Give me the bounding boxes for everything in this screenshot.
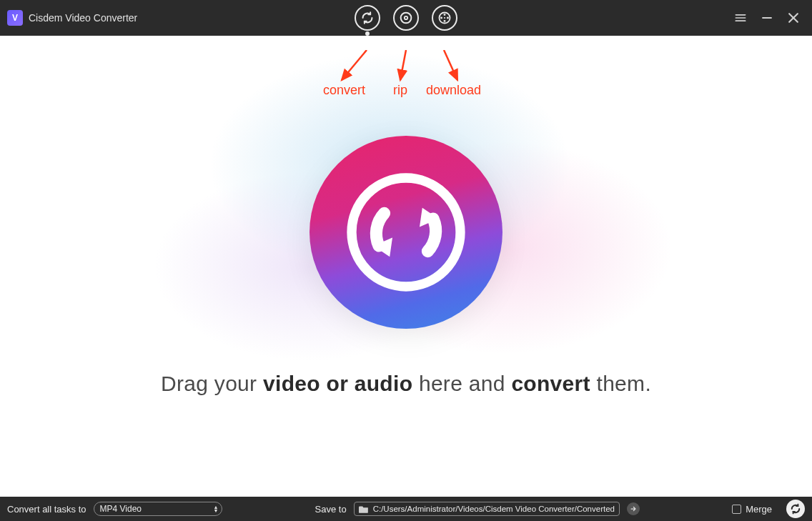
convert-icon <box>360 10 375 26</box>
minimize-button[interactable] <box>761 11 773 24</box>
output-format-value: MP4 Video <box>100 504 142 514</box>
svg-line-15 <box>400 50 406 80</box>
annotation-arrows-icon <box>299 50 513 114</box>
bottom-bar: Convert all tasks to MP4 Video ▲▼ Save t… <box>0 497 812 521</box>
title-bar: V Cisdem Video Converter <box>0 0 812 36</box>
hamburger-icon <box>733 11 748 25</box>
annotation-overlay: convert rip download <box>299 50 513 114</box>
disc-icon <box>398 10 414 26</box>
output-format-select[interactable]: MP4 Video ▲▼ <box>94 502 222 516</box>
annotation-rip-label: rip <box>393 83 407 98</box>
save-path-field[interactable]: C:/Users/Administrator/Videos/Cisdem Vid… <box>354 502 620 516</box>
tab-rip[interactable] <box>393 5 419 31</box>
instruction-mid: here and <box>412 372 511 395</box>
svg-point-6 <box>447 17 449 19</box>
app-logo-icon: V <box>7 10 23 26</box>
select-arrows-icon: ▲▼ <box>214 505 219 512</box>
open-folder-button[interactable] <box>627 502 640 515</box>
instruction-bold1: video or audio <box>263 372 412 395</box>
tab-download[interactable] <box>432 5 457 31</box>
convert-hero-icon <box>338 164 474 300</box>
merge-label: Merge <box>746 504 772 515</box>
merge-checkbox[interactable] <box>732 505 741 514</box>
menu-button[interactable] <box>733 11 748 25</box>
svg-line-16 <box>444 50 457 80</box>
svg-line-14 <box>342 50 367 80</box>
save-path-text: C:/Users/Administrator/Videos/Cisdem Vid… <box>373 505 615 513</box>
app-title: Cisdem Video Converter <box>29 12 137 24</box>
tab-convert[interactable] <box>355 5 380 31</box>
drop-instruction: Drag your video or audio here and conver… <box>161 372 651 396</box>
convert-hero-circle <box>310 136 502 329</box>
svg-point-3 <box>444 14 446 16</box>
svg-point-1 <box>405 16 407 19</box>
annotation-convert-label: convert <box>323 83 365 98</box>
close-icon <box>786 11 801 25</box>
arrow-right-icon <box>630 505 637 512</box>
instruction-pre: Drag your <box>161 372 263 395</box>
close-button[interactable] <box>786 11 801 25</box>
svg-point-17 <box>352 178 460 287</box>
svg-point-4 <box>444 20 446 22</box>
drop-zone[interactable]: convert rip download Drag your video or … <box>0 36 812 497</box>
convert-all-label: Convert all tasks to <box>7 504 86 515</box>
annotation-download-label: download <box>426 83 481 98</box>
save-to-label: Save to <box>315 504 347 515</box>
svg-point-0 <box>401 13 412 24</box>
svg-point-7 <box>444 17 445 19</box>
convert-small-icon <box>789 502 802 515</box>
film-reel-icon <box>437 10 452 26</box>
instruction-post: them. <box>590 372 651 395</box>
minimize-icon <box>761 11 773 24</box>
instruction-bold2: convert <box>511 372 590 395</box>
svg-point-5 <box>440 17 442 19</box>
folder-icon <box>359 505 369 513</box>
start-convert-button[interactable] <box>786 500 805 518</box>
mode-tabs <box>355 0 457 36</box>
